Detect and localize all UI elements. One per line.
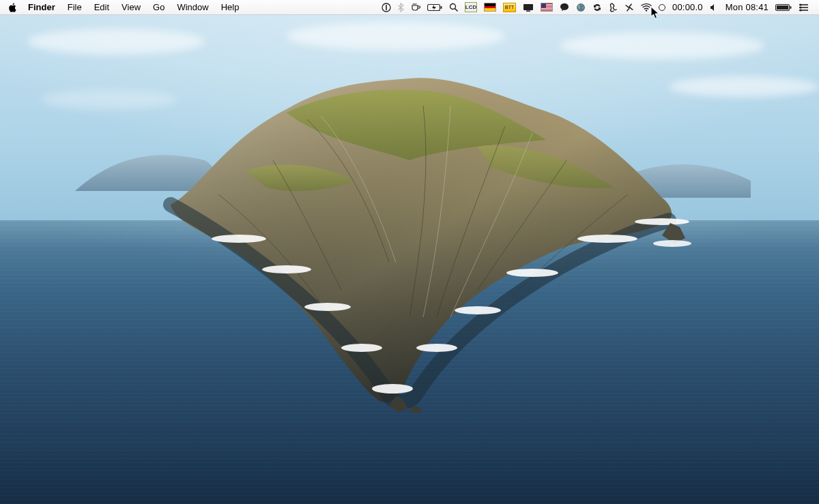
messages-icon[interactable]: [556, 0, 573, 14]
svg-rect-6: [523, 4, 533, 10]
wallpaper-sea: [0, 220, 819, 504]
caffeine-icon[interactable]: [407, 0, 424, 14]
wifi-icon[interactable]: [637, 0, 655, 14]
globe-icon[interactable]: [573, 0, 589, 14]
svg-point-17: [799, 3, 801, 5]
record-icon[interactable]: [655, 0, 669, 14]
apple-menu-icon[interactable]: [8, 3, 18, 12]
menu-file[interactable]: File: [61, 0, 88, 14]
svg-point-18: [799, 6, 801, 8]
record-dot-icon: [659, 4, 665, 11]
sync-icon[interactable]: [589, 0, 605, 14]
input-source-us-icon[interactable]: [537, 0, 556, 14]
menubar-right: LCD BTT: [378, 0, 812, 14]
fan-icon[interactable]: [621, 0, 637, 14]
notification-center-icon[interactable]: [795, 0, 812, 14]
spotlight-icon[interactable]: [446, 0, 461, 14]
lcd-badge-label: LCD: [465, 2, 477, 12]
svg-rect-12: [777, 5, 788, 10]
menu-help[interactable]: Help: [215, 0, 246, 14]
btt-badge-label: BTT: [503, 3, 516, 12]
svg-point-10: [646, 10, 647, 11]
menu-go[interactable]: Go: [147, 0, 171, 14]
battery-icon[interactable]: [772, 0, 795, 14]
flag-us-icon: [541, 3, 553, 12]
svg-rect-1: [386, 5, 387, 10]
svg-line-5: [455, 9, 457, 12]
cloud-icon: [669, 76, 819, 97]
cloud-icon: [287, 22, 505, 50]
svg-rect-3: [440, 6, 442, 9]
menu-view[interactable]: View: [115, 0, 147, 14]
svg-rect-13: [790, 6, 792, 9]
timer-text[interactable]: 00:00.0: [669, 0, 706, 14]
volume-icon[interactable]: [706, 0, 722, 14]
desktop[interactable]: [0, 15, 819, 504]
display-icon[interactable]: [519, 0, 537, 14]
script-menu-icon[interactable]: [605, 0, 621, 14]
menu-window[interactable]: Window: [171, 0, 214, 14]
menubar-left: Finder File Edit View Go Window Help: [8, 0, 245, 14]
onepassword-icon[interactable]: [378, 0, 394, 14]
flag-de-icon: [484, 3, 496, 12]
battery-charge-icon[interactable]: [424, 0, 446, 14]
svg-rect-7: [526, 10, 530, 12]
cloud-icon: [560, 32, 764, 59]
svg-point-19: [799, 9, 801, 11]
menu-app-name[interactable]: Finder: [22, 0, 61, 14]
cloud-icon: [27, 29, 205, 55]
istat-menus-icon[interactable]: [480, 0, 500, 14]
btt-app-icon[interactable]: BTT: [500, 0, 519, 14]
menubar: Finder File Edit View Go Window Help LCD: [0, 0, 819, 15]
clock-text[interactable]: Mon 08:41: [722, 0, 772, 14]
cloud-icon: [41, 90, 177, 109]
bluetooth-icon[interactable]: [394, 0, 407, 14]
svg-point-8: [577, 3, 585, 12]
menu-edit[interactable]: Edit: [88, 0, 115, 14]
lcd-app-icon[interactable]: LCD: [461, 0, 480, 14]
